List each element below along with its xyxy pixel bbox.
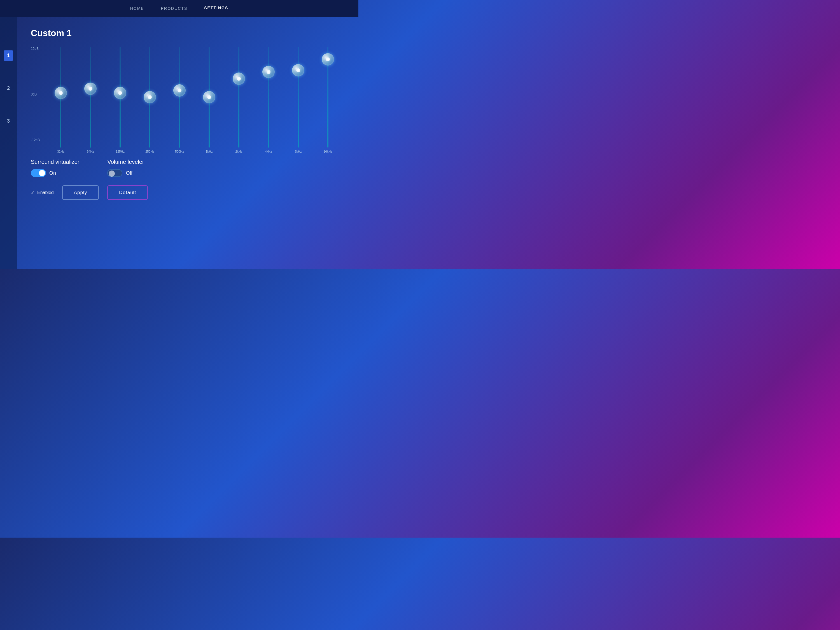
volume-group: Volume leveler Off xyxy=(107,159,144,177)
eq-label-top: 12dB xyxy=(31,47,40,51)
main-layout: 1 2 3 Custom 1 12dB 0dB -12dB 32Hz64Hz12… xyxy=(0,17,358,269)
eq-track-2kHz xyxy=(238,47,239,148)
volume-knob xyxy=(109,171,115,177)
surround-toggle[interactable] xyxy=(31,169,46,177)
eq-band-125Hz[interactable]: 125Hz xyxy=(106,47,134,153)
controls-row: Surround virtualizer On Volume leveler O… xyxy=(31,159,342,177)
nav-products[interactable]: PRODUCTS xyxy=(161,6,188,11)
surround-group: Surround virtualizer On xyxy=(31,159,79,177)
eq-freq-label-32Hz: 32Hz xyxy=(57,150,65,153)
sidebar: 1 2 3 xyxy=(0,17,17,269)
eq-knob-64Hz[interactable] xyxy=(84,83,96,95)
eq-knob-8kHz[interactable] xyxy=(292,64,304,76)
eq-track-500Hz xyxy=(179,47,180,148)
eq-freq-label-250Hz: 250Hz xyxy=(145,150,154,153)
eq-freq-label-1kHz: 1kHz xyxy=(206,150,213,153)
preset-title: Custom 1 xyxy=(31,28,342,38)
volume-label: Volume leveler xyxy=(107,159,144,165)
checkmark-icon: ✓ xyxy=(31,190,35,196)
eq-band-2kHz[interactable]: 2kHz xyxy=(225,47,253,153)
eq-band-16kHz[interactable]: 16kHz xyxy=(314,47,342,153)
eq-band-8kHz[interactable]: 8kHz xyxy=(284,47,312,153)
eq-bands: 32Hz64Hz125Hz250Hz500Hz1kHz2kHz4kHz8kHz1… xyxy=(47,47,342,153)
eq-knob-32Hz[interactable] xyxy=(55,87,67,99)
eq-track-64Hz xyxy=(90,47,91,148)
eq-freq-label-64Hz: 64Hz xyxy=(87,150,94,153)
eq-freq-label-500Hz: 500Hz xyxy=(175,150,184,153)
eq-knob-500Hz[interactable] xyxy=(173,84,186,96)
default-button[interactable]: Default xyxy=(107,185,148,200)
eq-track-4kHz xyxy=(268,47,269,148)
eq-label-mid: 0dB xyxy=(31,92,40,96)
surround-label: Surround virtualizer xyxy=(31,159,79,165)
surround-toggle-row: On xyxy=(31,169,79,177)
eq-band-4kHz[interactable]: 4kHz xyxy=(255,47,282,153)
eq-band-64Hz[interactable]: 64Hz xyxy=(77,47,104,153)
nav-settings[interactable]: SETTINGS xyxy=(204,6,228,11)
eq-track-1kHz xyxy=(208,47,210,148)
volume-state-text: Off xyxy=(126,170,133,176)
volume-toggle-row: Off xyxy=(107,169,144,177)
eq-track-16kHz xyxy=(327,47,328,148)
bottom-row: ✓ Enabled Apply Default xyxy=(31,185,342,200)
surround-state-text: On xyxy=(49,170,56,176)
eq-band-32Hz[interactable]: 32Hz xyxy=(47,47,74,153)
surround-knob xyxy=(39,170,45,176)
eq-track-125Hz xyxy=(120,47,121,148)
apply-button[interactable]: Apply xyxy=(62,185,99,200)
eq-freq-label-8kHz: 8kHz xyxy=(295,150,302,153)
eq-freq-label-125Hz: 125Hz xyxy=(116,150,125,153)
nav-home[interactable]: HOME xyxy=(130,6,144,11)
eq-knob-4kHz[interactable] xyxy=(262,66,275,78)
enabled-label: Enabled xyxy=(37,190,54,195)
volume-toggle[interactable] xyxy=(107,169,122,177)
eq-freq-label-16kHz: 16kHz xyxy=(324,150,332,153)
sidebar-item-2[interactable]: 2 xyxy=(4,83,13,93)
main-content: Custom 1 12dB 0dB -12dB 32Hz64Hz125Hz250… xyxy=(17,17,358,269)
eq-band-1kHz[interactable]: 1kHz xyxy=(196,47,223,153)
sidebar-item-3[interactable]: 3 xyxy=(4,116,13,126)
eq-knob-1kHz[interactable] xyxy=(203,91,215,103)
eq-knob-250Hz[interactable] xyxy=(144,91,156,103)
eq-y-labels: 12dB 0dB -12dB xyxy=(31,47,40,142)
navbar: HOME PRODUCTS SETTINGS xyxy=(0,0,358,17)
eq-knob-125Hz[interactable] xyxy=(114,87,126,99)
eq-label-bot: -12dB xyxy=(31,138,40,142)
eq-knob-2kHz[interactable] xyxy=(233,73,245,85)
eq-band-250Hz[interactable]: 250Hz xyxy=(136,47,164,153)
eq-track-250Hz xyxy=(149,47,150,148)
eq-band-500Hz[interactable]: 500Hz xyxy=(166,47,193,153)
sidebar-item-1[interactable]: 1 xyxy=(4,51,13,61)
enabled-check: ✓ Enabled xyxy=(31,190,54,196)
eq-track-32Hz xyxy=(60,47,61,148)
eq-freq-label-4kHz: 4kHz xyxy=(265,150,272,153)
eq-freq-label-2kHz: 2kHz xyxy=(235,150,243,153)
eq-knob-16kHz[interactable] xyxy=(322,53,334,66)
eq-track-8kHz xyxy=(298,47,299,148)
